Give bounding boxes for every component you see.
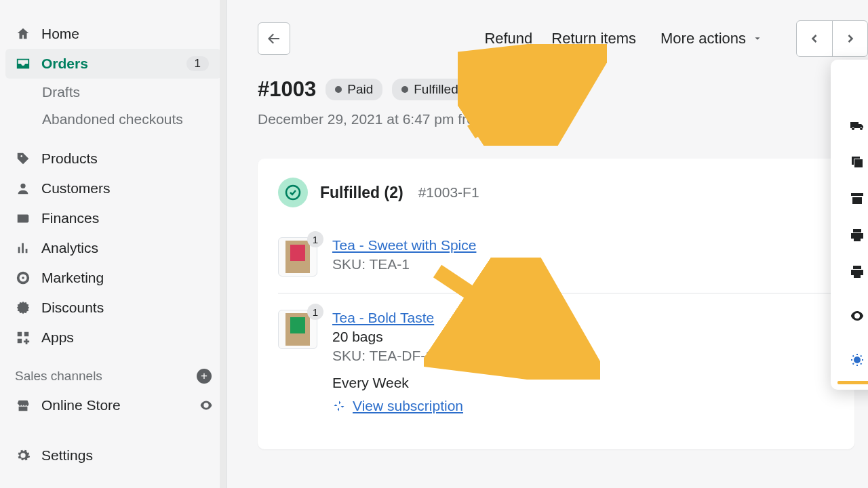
svg-line-3 <box>437 271 580 366</box>
product-thumb[interactable]: 1 <box>278 237 317 277</box>
main-content: Refund Return items More actions #1003 P… <box>227 0 868 488</box>
nav-abandoned-checkouts[interactable]: Abandoned checkouts <box>0 106 226 133</box>
nav-label: Marketing <box>41 270 104 286</box>
badge-label: Paid <box>347 82 373 97</box>
lightbulb-icon <box>848 351 866 369</box>
dropdown-highlight-underline <box>837 381 868 384</box>
spacer-icon <box>848 80 866 98</box>
nav-discounts[interactable]: Discounts <box>0 293 226 323</box>
arrow-left-icon <box>266 30 282 47</box>
chevron-left-icon <box>808 32 821 45</box>
nav-label: Online Store <box>41 397 121 413</box>
printer-icon <box>848 226 866 244</box>
add-channel-icon[interactable]: + <box>197 369 212 384</box>
qty-badge: 1 <box>307 304 323 320</box>
paid-badge: Paid <box>326 79 382 100</box>
duplicate-icon <box>848 153 866 171</box>
product-link[interactable]: Tea - Bold Taste <box>332 310 434 325</box>
section-label: Sales channels <box>15 369 102 384</box>
wallet-icon <box>15 210 31 226</box>
more-actions-dropdown: Edit Create return label Duplicate Unarc… <box>831 60 868 390</box>
nav-analytics[interactable]: Analytics <box>0 233 226 263</box>
subscription-icon <box>332 399 346 413</box>
product-link[interactable]: Tea - Sweet with Spice <box>332 237 476 253</box>
nav-settings[interactable]: Settings <box>0 441 226 470</box>
nav-label: Settings <box>41 447 93 464</box>
chevron-right-icon <box>844 32 857 45</box>
thumb-swatch <box>290 317 305 333</box>
annotation-arrow <box>458 44 607 146</box>
archive-icon <box>848 190 866 207</box>
fulfilled-check-icon <box>278 178 308 207</box>
nav-orders[interactable]: Orders 1 <box>5 49 221 79</box>
next-order-button[interactable] <box>832 21 867 56</box>
svg-point-1 <box>854 357 860 363</box>
subscription-row: View subscription <box>332 398 463 414</box>
badge-label: Fulfilled <box>414 82 458 97</box>
discount-icon <box>15 300 31 316</box>
nav-label: Discounts <box>41 300 104 316</box>
person-icon <box>15 180 31 197</box>
dropdown-duplicate[interactable]: Duplicate <box>831 144 868 180</box>
nav-finances[interactable]: Finances <box>0 203 226 233</box>
view-subscription-link[interactable]: View subscription <box>353 398 463 414</box>
dropdown-unarchive[interactable]: Unarchive <box>831 180 868 217</box>
back-button[interactable] <box>258 22 290 55</box>
inbox-icon <box>15 56 31 72</box>
fulfillment-title: Fulfilled (2) <box>320 184 403 202</box>
dropdown-view-status[interactable]: View order status page <box>831 290 868 342</box>
apps-icon <box>15 329 31 346</box>
thumb-swatch <box>290 245 305 261</box>
nav-home[interactable]: Home <box>0 19 226 49</box>
dropdown-edit[interactable]: Edit <box>831 70 868 107</box>
nav-label: Apps <box>41 329 74 346</box>
printer-icon <box>848 263 866 281</box>
tag-icon <box>15 150 31 167</box>
nav-label: Orders <box>41 56 88 72</box>
sidebar-scrollbar[interactable] <box>220 0 226 488</box>
annotation-arrow <box>424 258 600 380</box>
sales-channels-header: Sales channels + <box>0 352 226 390</box>
nav-label: Finances <box>41 210 99 226</box>
fulfilled-badge: Fulfilled <box>392 79 467 100</box>
truck-icon <box>848 117 866 134</box>
gear-icon <box>15 447 31 464</box>
dropdown-create-return-label[interactable]: Create return label <box>831 107 868 144</box>
nav-online-store[interactable]: Online Store <box>0 390 226 420</box>
nav-label: Analytics <box>41 240 98 256</box>
nav-customers[interactable]: Customers <box>0 174 226 203</box>
nav-marketing[interactable]: Marketing <box>0 263 226 293</box>
sidebar: Home Orders 1 Drafts Abandoned checkouts… <box>0 0 227 488</box>
prev-order-button[interactable] <box>797 21 832 56</box>
dropdown-add-task[interactable]: Add a task or note <box>831 342 868 378</box>
more-actions-label: More actions <box>660 30 746 47</box>
bars-icon <box>15 240 31 256</box>
caret-down-icon <box>753 34 762 43</box>
preview-icon[interactable] <box>198 397 214 413</box>
store-icon <box>15 397 31 413</box>
target-icon <box>15 270 31 286</box>
nav-label: Products <box>41 150 98 167</box>
nav-products[interactable]: Products <box>0 144 226 174</box>
product-thumb[interactable]: 1 <box>278 310 317 349</box>
eye-icon <box>848 307 866 325</box>
order-id: #1003 <box>258 77 316 102</box>
nav-label: Home <box>41 26 79 42</box>
more-actions-button[interactable]: More actions <box>652 24 770 53</box>
nav-label: Customers <box>41 180 111 197</box>
orders-count-badge: 1 <box>186 56 209 71</box>
nav-drafts[interactable]: Drafts <box>0 79 226 106</box>
order-pager <box>796 20 868 57</box>
qty-badge: 1 <box>307 231 323 247</box>
home-icon <box>15 26 31 42</box>
nav-apps[interactable]: Apps <box>0 323 226 352</box>
svg-line-2 <box>471 58 587 132</box>
dropdown-print-order[interactable]: Print order page <box>831 217 868 253</box>
dropdown-print-packing[interactable]: Print packing slips <box>831 253 868 290</box>
fulfillment-header: Fulfilled (2) #1003-F1 <box>278 178 834 207</box>
fulfillment-ref: #1003-F1 <box>418 184 479 201</box>
